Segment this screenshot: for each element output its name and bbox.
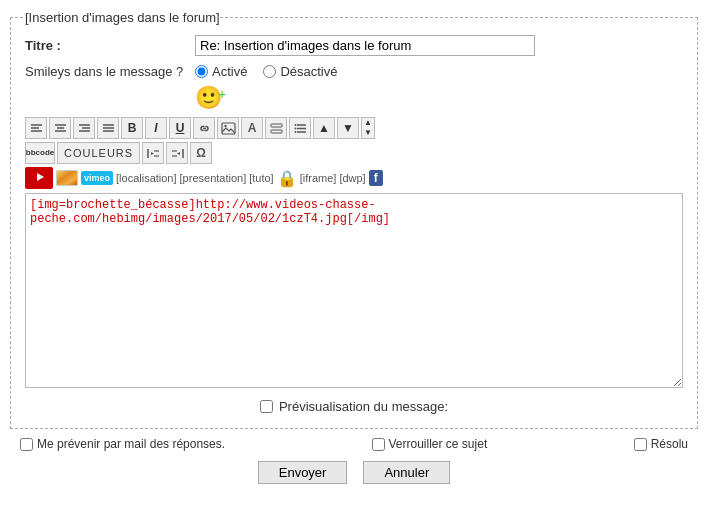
svg-point-14 [224,124,226,126]
notify-label[interactable]: Me prévenir par mail des réponses. [20,437,225,451]
toolbar-area: B I U A ▲ ▼ [25,117,683,189]
lock-checkbox[interactable] [372,438,385,451]
resolve-label[interactable]: Résolu [634,437,688,451]
radio-active-text: Activé [212,64,247,79]
smiley-add-button[interactable]: 🙂+ [195,87,226,109]
radio-inactive[interactable] [263,65,276,78]
cancel-button[interactable]: Annuler [363,461,450,484]
link-btn[interactable] [193,117,215,139]
radio-inactive-text: Désactivé [280,64,337,79]
panoramic-btn[interactable] [56,167,78,189]
toolbar-row-3: vimeo [localisation] [presentation] [tut… [25,167,683,189]
special-char-btn[interactable]: Ω [190,142,212,164]
svg-rect-15 [271,124,282,127]
send-button[interactable]: Envoyer [258,461,348,484]
title-label: Titre : [25,38,195,53]
radio-active[interactable] [195,65,208,78]
svg-point-20 [294,124,296,126]
lock-label[interactable]: Verrouiller ce sujet [372,437,488,451]
svg-point-22 [294,131,296,133]
facebook-btn[interactable]: f [369,170,383,186]
bottom-center: Verrouiller ce sujet [372,437,488,451]
preview-label: Prévisualisation du message: [279,399,448,414]
title-row: Titre : [25,35,683,56]
notify-checkbox[interactable] [20,438,33,451]
toolbar-row-1: B I U A ▲ ▼ [25,117,683,139]
dwp-link[interactable]: [dwp] [339,172,365,184]
presentation-link[interactable]: [presentation] [180,172,247,184]
youtube-btn[interactable] [25,167,53,189]
colors-label: COULEURS [64,147,133,159]
localisation-link[interactable]: [localisation] [116,172,177,184]
tuto-link[interactable]: [tuto] [249,172,273,184]
bbcode-btn[interactable]: bb code [25,142,55,164]
notify-text: Me prévenir par mail des réponses. [37,437,225,451]
smiley-add-row: 🙂+ [25,87,683,109]
fieldset-legend: [Insertion d'images dans le forum] [25,10,220,25]
toolbar-row-2: bb code COULEURS Ω [25,142,683,164]
image-btn[interactable] [217,117,239,139]
svg-rect-16 [271,130,282,133]
list-btn[interactable] [265,117,287,139]
align-right-btn[interactable] [73,117,95,139]
bottom-row: Me prévenir par mail des réponses. Verro… [10,437,698,451]
underline-btn[interactable]: U [169,117,191,139]
italic-btn[interactable]: I [145,117,167,139]
align-left-btn[interactable] [25,117,47,139]
smileys-label: Smileys dans le message ? [25,64,195,79]
main-fieldset: [Insertion d'images dans le forum] Titre… [10,10,698,429]
colors-btn[interactable]: COULEURS [57,142,140,164]
preview-checkbox[interactable] [260,400,273,413]
lock-text: Verrouiller ce sujet [389,437,488,451]
font-btn[interactable]: A [241,117,263,139]
resolve-checkbox[interactable] [634,438,647,451]
lock-icon[interactable]: 🔒 [277,169,297,188]
bottom-right: Résolu [634,437,688,451]
smileys-row: Smileys dans le message ? Activé Désacti… [25,64,683,79]
expand-btn[interactable]: ▲ ▼ [361,117,375,139]
svg-rect-13 [222,123,235,134]
indent-in-btn[interactable] [142,142,164,164]
justify-btn[interactable] [97,117,119,139]
bold-btn[interactable]: B [121,117,143,139]
list2-btn[interactable] [289,117,311,139]
vimeo-btn[interactable]: vimeo [81,171,113,185]
preview-row: Prévisualisation du message: [25,399,683,414]
svg-point-21 [294,127,296,129]
radio-active-label[interactable]: Activé [195,64,247,79]
editor-textarea[interactable]: [img=brochette_bécasse]http://www.videos… [25,193,683,388]
arrow-up-btn[interactable]: ▲ [313,117,335,139]
submit-area: Envoyer Annuler [10,461,698,484]
bottom-left: Me prévenir par mail des réponses. [20,437,225,451]
smileys-radio-group: Activé Désactivé [195,64,337,79]
title-input[interactable] [195,35,535,56]
indent-out-btn[interactable] [166,142,188,164]
align-center-btn[interactable] [49,117,71,139]
iframe-link[interactable]: [iframe] [300,172,337,184]
radio-inactive-label[interactable]: Désactivé [263,64,337,79]
arrow-down-btn[interactable]: ▼ [337,117,359,139]
resolve-text: Résolu [651,437,688,451]
